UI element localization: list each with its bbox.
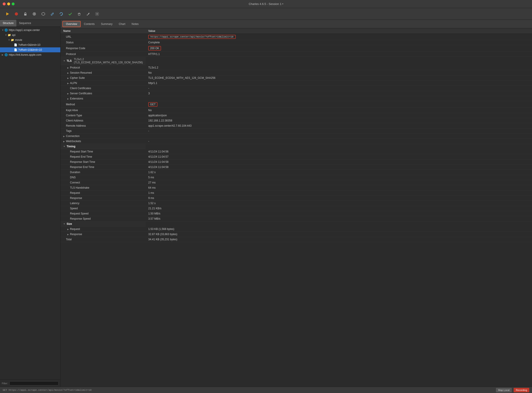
tree-arrow-api[interactable]: ▼ — [5, 34, 8, 36]
row-arrow[interactable]: ▶ — [67, 77, 70, 79]
movie-icon: 📁 — [11, 38, 14, 42]
tab-notes[interactable]: Notes — [129, 21, 142, 27]
tab-summary[interactable]: Summary — [98, 21, 115, 27]
row-arrow[interactable]: ▶ — [67, 98, 70, 100]
row-name: Protocol — [70, 66, 80, 69]
row-name: Total — [66, 238, 72, 241]
go-button[interactable] — [4, 10, 11, 18]
row-value-cell: - — [146, 86, 532, 91]
table-row: Speed21.21 KB/s — [61, 206, 532, 211]
row-name: Request — [70, 191, 80, 195]
tab-overview[interactable]: Overview — [62, 21, 81, 27]
row-value-cell: TLSv1.2 — [146, 65, 532, 70]
row-name-cell: Protocol — [61, 52, 146, 57]
row-name-cell: Remote Address — [61, 123, 146, 128]
row-arrow[interactable]: ▶ — [67, 228, 70, 231]
row-name-cell: Tags — [61, 128, 146, 134]
row-arrow[interactable]: ▶ — [67, 67, 70, 69]
row-arrow[interactable]: ▶ — [63, 135, 66, 138]
row-name-cell: Request End Time — [61, 154, 146, 159]
maximize-button[interactable] — [12, 2, 14, 5]
table-row: Content-Typeapplication/json — [61, 113, 532, 118]
row-value-cell: 1 ms — [146, 191, 532, 196]
row-arrow[interactable]: ▶ — [67, 82, 70, 84]
row-value-cell: 3.57 MB/s — [146, 216, 532, 221]
movie-label: movie — [15, 38, 22, 42]
row-name-cell: Request Speed — [61, 211, 146, 216]
row-name-cell: Kept Alive — [61, 108, 146, 113]
tree-item-req1[interactable]: 📄 ?offset=0&limit=10 — [0, 42, 60, 47]
status-text: GET https://app1.scrape.center/api/movie… — [3, 389, 91, 391]
row-value-cell: 5 ms — [146, 175, 532, 180]
record-button[interactable] — [13, 10, 20, 18]
tree-arrow-movie[interactable]: ▼ — [8, 39, 11, 41]
table-row: ▼ Timing — [61, 144, 532, 149]
table-row: Request End Time4/11/24 11:04:57 — [61, 154, 532, 159]
row-name: Method — [66, 103, 75, 106]
row-name: Latency — [70, 202, 79, 205]
main-layout: Structure Sequence ▼ 🌐 https://app1.scra… — [0, 20, 532, 387]
settings-button[interactable] — [93, 10, 101, 18]
row-name: Client Address — [66, 119, 83, 122]
row-name: Connect — [70, 181, 80, 184]
tools-button[interactable] — [84, 10, 92, 18]
section-arrow[interactable]: ▼ — [63, 60, 65, 62]
table-row: Request1 ms — [61, 191, 532, 196]
filter-input[interactable] — [10, 381, 59, 385]
repeat-button[interactable] — [58, 10, 65, 18]
clear-button[interactable] — [75, 10, 83, 18]
tree-arrow-host2[interactable]: ▶ — [2, 54, 5, 56]
row-arrow[interactable]: ▶ — [67, 233, 70, 236]
table-row: ▼ TLS TLSv1.2 (TLS_ECDHE_ECDSA_WITH_AES_… — [61, 57, 532, 65]
row-name-cell: ▶ALPN — [61, 81, 146, 86]
recording-button[interactable]: Recording — [514, 388, 529, 392]
table-row: MethodGET — [61, 101, 532, 108]
structure-tab[interactable]: Structure — [0, 20, 16, 26]
tree-item-movie[interactable]: ▼ 📁 movie — [0, 38, 60, 42]
row-name-cell: ▶Cipher Suite — [61, 75, 146, 81]
row-value-cell — [146, 134, 532, 139]
row-name: Response Speed — [70, 217, 91, 220]
req1-label: ?offset=0&limit=10 — [18, 43, 40, 46]
validate-button[interactable] — [66, 10, 74, 18]
tree-item-req2[interactable]: 📄 ?offset=10&limit=10 — [0, 47, 60, 52]
tab-chart[interactable]: Chart — [115, 21, 128, 27]
table-row: Response Code200 OK — [61, 45, 532, 52]
row-name: Remote Address — [66, 124, 86, 127]
row-name-cell: ▶Response — [61, 232, 146, 237]
row-name-cell: TLS Handshake — [61, 185, 146, 191]
tree-item-host1[interactable]: ▼ 🌐 https://app1.scrape.center — [0, 28, 60, 33]
row-value-cell: TLS_ECDHE_ECDSA_WITH_AES_128_GCM_SHA256 — [146, 75, 532, 81]
close-button[interactable] — [3, 2, 6, 5]
tree-item-host2[interactable]: ▶ 🌐 https://init.itunes.apple.com — [0, 52, 60, 57]
row-name-cell: URL — [61, 34, 146, 40]
edit-button[interactable] — [48, 10, 56, 18]
breakpoint-button[interactable] — [30, 10, 38, 18]
section-arrow[interactable]: ▼ — [63, 223, 65, 225]
row-name: Tags — [66, 129, 72, 133]
row-arrow[interactable]: ▶ — [63, 140, 66, 142]
row-name: URL — [66, 35, 71, 38]
svg-marker-0 — [6, 12, 9, 15]
row-name: Cipher Suite — [70, 76, 85, 79]
window-title: Charles 4.6.5 - Session 1 • — [249, 2, 283, 6]
row-name-cell: Response End Time — [61, 165, 146, 170]
minimize-button[interactable] — [7, 2, 10, 5]
sequence-tab[interactable]: Sequence — [16, 20, 34, 26]
col-value-header: Value — [146, 28, 532, 34]
tree-item-api[interactable]: ▼ 📁 api — [0, 33, 60, 38]
row-value-cell: 34.41 KB (35,231 bytes) — [146, 237, 532, 242]
row-arrow[interactable]: ▶ — [67, 93, 70, 95]
table-row: ▶Response32.87 KB (33,663 bytes) — [61, 232, 532, 237]
compose-button[interactable] — [39, 10, 47, 18]
row-value-cell: 1.53 KB (1,568 bytes) — [146, 226, 532, 232]
lock-button[interactable] — [22, 10, 29, 18]
tree-arrow-host1[interactable]: ▼ — [2, 29, 5, 31]
row-name: WebSockets — [66, 140, 81, 143]
row-value-cell: http/1.1 — [146, 81, 532, 86]
row-value-cell: 64 ms — [146, 185, 532, 191]
section-arrow[interactable]: ▼ — [63, 145, 65, 147]
tab-contents[interactable]: Contents — [81, 21, 98, 27]
map-local-button[interactable]: Map Local — [496, 388, 512, 392]
row-arrow[interactable]: ▶ — [67, 72, 70, 74]
